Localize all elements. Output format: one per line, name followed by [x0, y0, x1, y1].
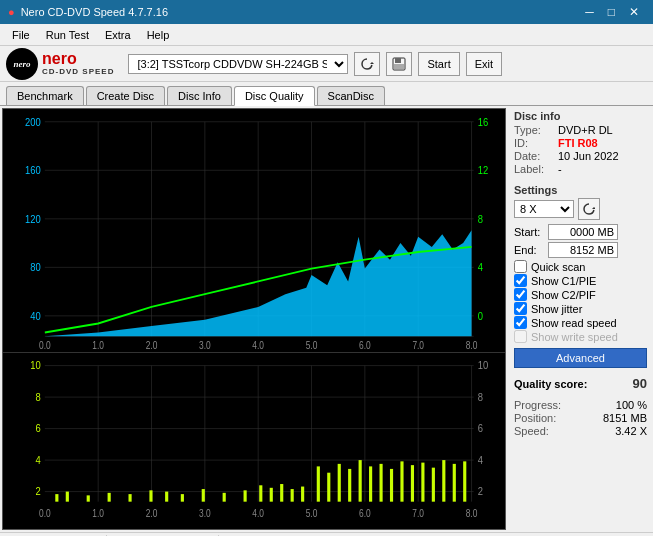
save-icon-button[interactable]	[386, 52, 412, 76]
svg-rect-3	[394, 64, 404, 69]
tab-disc-quality[interactable]: Disc Quality	[234, 86, 315, 106]
id-label: ID:	[514, 137, 554, 149]
svg-text:0.0: 0.0	[39, 340, 51, 351]
quick-scan-row: Quick scan	[514, 260, 647, 273]
show-read-speed-checkbox[interactable]	[514, 316, 527, 329]
end-label: End:	[514, 244, 544, 256]
close-button[interactable]: ✕	[623, 3, 645, 21]
svg-text:0.0: 0.0	[39, 508, 51, 519]
svg-rect-64	[259, 485, 262, 501]
top-chart-svg: 200 160 120 80 40 16 12 8 4 0 0.0 1.0 2.…	[3, 109, 505, 352]
svg-rect-58	[149, 490, 152, 501]
quick-scan-checkbox[interactable]	[514, 260, 527, 273]
svg-rect-71	[338, 463, 341, 501]
start-label: Start:	[514, 226, 544, 238]
svg-rect-2	[395, 58, 401, 63]
show-c1pie-row: Show C1/PIE	[514, 274, 647, 287]
tab-disc-info[interactable]: Disc Info	[167, 86, 232, 105]
svg-text:4: 4	[35, 454, 40, 466]
save-icon	[392, 57, 406, 71]
svg-text:7.0: 7.0	[412, 340, 424, 351]
show-jitter-row: Show jitter	[514, 302, 647, 315]
show-read-speed-row: Show read speed	[514, 316, 647, 329]
svg-rect-56	[108, 492, 111, 501]
end-input[interactable]	[548, 242, 618, 258]
position-value: 8151 MB	[603, 412, 647, 424]
disc-id-row: ID: FTI R08	[514, 137, 647, 149]
tab-benchmark[interactable]: Benchmark	[6, 86, 84, 105]
top-chart: 200 160 120 80 40 16 12 8 4 0 0.0 1.0 2.…	[3, 109, 505, 353]
show-c1pie-label: Show C1/PIE	[531, 275, 596, 287]
show-read-speed-label: Show read speed	[531, 317, 617, 329]
title-bar-left: ● Nero CD-DVD Speed 4.7.7.16	[8, 6, 168, 18]
svg-rect-83	[463, 461, 466, 501]
svg-rect-75	[380, 463, 383, 501]
svg-text:1.0: 1.0	[92, 508, 104, 519]
show-c2pif-row: Show C2/PIF	[514, 288, 647, 301]
app-icon: ●	[8, 6, 15, 18]
svg-rect-76	[390, 469, 393, 502]
bottom-chart: 10 8 6 4 2 10 8 6 4 2 0.0 1.0 2.0 3.0 4.…	[3, 353, 505, 529]
tab-scan-disc[interactable]: ScanDisc	[317, 86, 385, 105]
speed-select[interactable]: 8 X	[514, 200, 574, 218]
svg-text:2.0: 2.0	[146, 508, 158, 519]
svg-text:16: 16	[478, 115, 489, 128]
svg-text:40: 40	[30, 309, 41, 322]
svg-rect-79	[421, 462, 424, 501]
svg-text:0: 0	[478, 309, 483, 322]
minimize-button[interactable]: ─	[579, 3, 600, 21]
show-c2pif-checkbox[interactable]	[514, 288, 527, 301]
svg-text:5.0: 5.0	[306, 508, 318, 519]
show-c1pie-checkbox[interactable]	[514, 274, 527, 287]
svg-text:10: 10	[478, 359, 489, 371]
maximize-button[interactable]: □	[602, 3, 621, 21]
svg-rect-72	[348, 469, 351, 502]
menu-file[interactable]: File	[4, 27, 38, 43]
nero-text: nero	[42, 51, 114, 67]
svg-rect-69	[317, 466, 320, 501]
disc-label-row: Label: -	[514, 163, 647, 175]
tab-create-disc[interactable]: Create Disc	[86, 86, 165, 105]
label-label: Label:	[514, 163, 554, 175]
right-panel: Disc info Type: DVD+R DL ID: FTI R08 Dat…	[508, 106, 653, 532]
svg-text:4.0: 4.0	[252, 340, 264, 351]
svg-rect-59	[165, 491, 168, 501]
svg-rect-54	[66, 491, 69, 501]
svg-rect-68	[301, 486, 304, 501]
svg-marker-0	[370, 62, 374, 64]
start-mb-row: Start:	[514, 224, 647, 240]
svg-text:3.0: 3.0	[199, 508, 211, 519]
start-input[interactable]	[548, 224, 618, 240]
svg-rect-77	[400, 461, 403, 501]
menu-run-test[interactable]: Run Test	[38, 27, 97, 43]
svg-rect-55	[87, 495, 90, 501]
show-jitter-label: Show jitter	[531, 303, 582, 315]
svg-text:2.0: 2.0	[146, 340, 158, 351]
show-jitter-checkbox[interactable]	[514, 302, 527, 315]
svg-rect-73	[359, 460, 362, 502]
svg-text:7.0: 7.0	[412, 508, 424, 519]
svg-rect-70	[327, 472, 330, 501]
svg-rect-74	[369, 466, 372, 501]
svg-rect-57	[129, 494, 132, 502]
menu-extra[interactable]: Extra	[97, 27, 139, 43]
svg-rect-53	[55, 494, 58, 502]
svg-rect-80	[432, 467, 435, 501]
drive-select[interactable]: [3:2] TSSTcorp CDDVDW SH-224GB SB00	[128, 54, 348, 74]
svg-rect-61	[202, 489, 205, 502]
menu-help[interactable]: Help	[139, 27, 178, 43]
exit-button[interactable]: Exit	[466, 52, 502, 76]
reload-icon-button[interactable]	[354, 52, 380, 76]
show-write-speed-row: Show write speed	[514, 330, 647, 343]
date-label: Date:	[514, 150, 554, 162]
svg-text:8: 8	[35, 391, 40, 403]
svg-text:160: 160	[25, 163, 41, 176]
svg-rect-39	[3, 353, 505, 529]
quality-score-value: 90	[633, 376, 647, 391]
refresh-icon-button[interactable]	[578, 198, 600, 220]
start-button[interactable]: Start	[418, 52, 459, 76]
svg-text:12: 12	[478, 163, 489, 176]
advanced-button[interactable]: Advanced	[514, 348, 647, 368]
show-write-speed-checkbox[interactable]	[514, 330, 527, 343]
type-value: DVD+R DL	[558, 124, 613, 136]
